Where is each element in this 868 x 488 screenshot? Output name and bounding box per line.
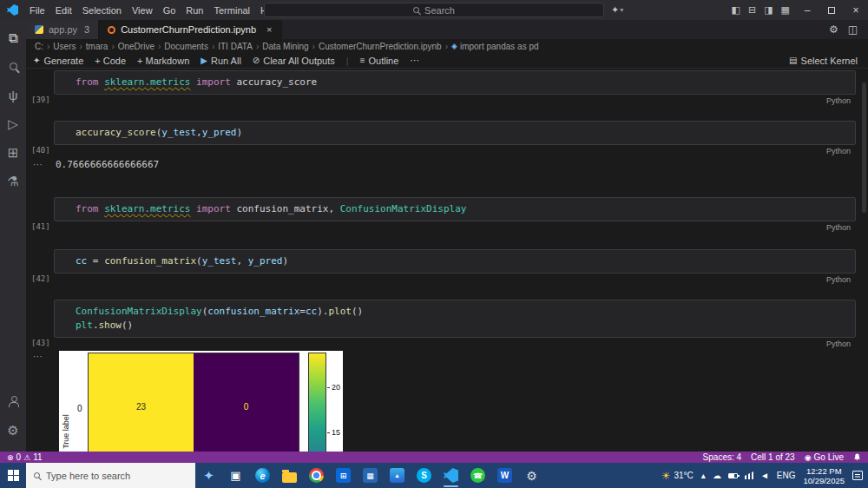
cell-language-picker[interactable]: Python xyxy=(826,223,851,232)
breadcrumb-item[interactable]: import pandas as pd xyxy=(460,42,539,51)
whatsapp-icon[interactable]: ☎ xyxy=(464,463,491,488)
start-button[interactable] xyxy=(0,463,26,488)
search-icon[interactable] xyxy=(0,52,26,81)
add-code-button[interactable]: + Code xyxy=(95,56,126,66)
breadcrumb-item[interactable]: CustomerChurnPrediction.ipynb xyxy=(319,42,442,51)
run-debug-icon[interactable]: ▷ xyxy=(0,109,26,138)
language-indicator[interactable]: ENG xyxy=(777,471,796,480)
breadcrumb-item[interactable]: tmara xyxy=(86,42,108,51)
menu-run[interactable]: Run xyxy=(181,0,208,20)
select-kernel-button[interactable]: ▤ Select Kernel xyxy=(789,56,868,66)
network-icon[interactable] xyxy=(745,472,753,479)
close-tab-icon[interactable]: × xyxy=(266,24,272,35)
photos-icon[interactable]: ▲ xyxy=(384,463,411,488)
confusion-matrix-figure: True label 0 23 0 20 15 xyxy=(59,351,343,452)
close-button[interactable]: × xyxy=(844,0,868,20)
cell-editor[interactable]: from sklearn.metrics import accuracy_sco… xyxy=(54,70,856,95)
menu-selection[interactable]: Selection xyxy=(77,0,127,20)
chevron-down-icon: ▾ xyxy=(620,6,623,14)
tab-notebook[interactable]: CustomerChurnPrediction.ipynb × xyxy=(99,20,281,39)
vscode-logo-icon xyxy=(7,4,18,16)
chrome-icon[interactable] xyxy=(303,463,330,488)
breadcrumb-item[interactable]: ITI DATA xyxy=(218,42,253,51)
cell-language-picker[interactable]: Python xyxy=(826,147,851,155)
more-actions-button[interactable]: ⋯ xyxy=(410,55,419,66)
file-explorer-icon[interactable] xyxy=(276,463,303,488)
breadcrumb-item[interactable]: C: xyxy=(35,42,43,51)
copilot-icon[interactable]: ✦ xyxy=(195,463,222,488)
breadcrumb-item[interactable]: Data Mining xyxy=(262,42,308,51)
store-icon[interactable]: ⊞ xyxy=(330,463,357,488)
cell-editor[interactable]: cc = confusion_matrix(y_test, y_pred) xyxy=(54,249,856,274)
go-live-button[interactable]: ◉ Go Live xyxy=(805,452,844,462)
explorer-icon[interactable]: ⧉ xyxy=(0,23,26,52)
output-value: 0.7666666666666667 xyxy=(54,159,856,170)
menu-file[interactable]: File xyxy=(24,0,50,20)
problems-indicator[interactable]: ⊗ 0 ⚠ 11 xyxy=(7,452,43,462)
gear-icon[interactable]: ⚙ xyxy=(829,23,838,36)
outline-button[interactable]: ≡ Outline xyxy=(360,56,399,66)
split-editor-icon[interactable]: ◫ xyxy=(848,23,858,36)
command-center-search[interactable]: Search xyxy=(264,3,604,17)
skype-icon[interactable]: S xyxy=(411,463,437,488)
onedrive-icon[interactable]: ☁ xyxy=(713,471,721,480)
toggle-panel-icon[interactable]: ⊟ xyxy=(748,4,756,16)
volume-icon[interactable]: ◄ xyxy=(760,471,769,480)
minimize-button[interactable]: – xyxy=(795,0,819,20)
menu-edit[interactable]: Edit xyxy=(50,0,77,20)
menu-terminal[interactable]: Terminal xyxy=(209,0,256,20)
cell-language-picker[interactable]: Python xyxy=(826,275,851,284)
clock[interactable]: 12:22 PM 10/29/2025 xyxy=(803,466,845,485)
calculator-icon[interactable]: ▦ xyxy=(357,463,384,488)
generate-button[interactable]: ✦ Generate xyxy=(33,56,83,66)
cell-editor[interactable]: accuracy_score(y_test,y_pred) xyxy=(54,121,856,145)
source-control-icon[interactable]: ψ xyxy=(0,81,26,109)
settings-icon[interactable]: ⚙ xyxy=(0,416,26,445)
word-icon[interactable]: W xyxy=(491,463,518,488)
customize-layout-icon[interactable]: ▦ xyxy=(781,4,790,16)
add-markdown-button[interactable]: + Markdown xyxy=(137,56,189,66)
colorbar xyxy=(309,353,326,452)
vscode-icon[interactable] xyxy=(437,463,464,488)
cell-indicator[interactable]: Cell 1 of 23 xyxy=(751,452,795,462)
settings-icon[interactable]: ⚙ xyxy=(518,463,545,488)
tab-app-py[interactable]: app.py 3 xyxy=(26,20,99,39)
breadcrumb-item[interactable]: Users xyxy=(53,42,76,51)
tray-icons: ▴☁◄ xyxy=(701,471,769,480)
cell-editor[interactable]: from sklearn.metrics import confusion_ma… xyxy=(54,197,856,221)
cell-language-picker[interactable]: Python xyxy=(826,96,851,105)
editor-scrollbar[interactable] xyxy=(862,82,866,213)
notifications-bell-icon[interactable] xyxy=(853,453,861,461)
notebook-cell-39: from sklearn.metrics import accuracy_sco… xyxy=(54,70,856,106)
weather-widget[interactable]: ☀ 31°C xyxy=(661,470,694,482)
output-collapse-icon[interactable]: ⋯ xyxy=(33,159,43,170)
output-collapse-icon[interactable]: ⋯ xyxy=(33,351,43,362)
breadcrumb: C: › Users › tmara › OneDrive › Document… xyxy=(26,39,868,53)
spaces-indicator[interactable]: Spaces: 4 xyxy=(703,452,741,462)
toggle-secondary-sidebar-icon[interactable]: ◨ xyxy=(764,4,773,16)
taskbar-search[interactable]: Type here to search xyxy=(26,463,195,488)
copilot-icon[interactable]: ✦ ▾ xyxy=(611,0,623,20)
run-all-button[interactable]: ▶ Run All xyxy=(201,56,241,66)
menu-view[interactable]: View xyxy=(127,0,158,20)
chevron-up-icon[interactable]: ▴ xyxy=(701,471,706,480)
testing-icon[interactable]: ⚗ xyxy=(0,167,26,195)
breadcrumb-item[interactable]: OneDrive xyxy=(118,42,155,51)
account-icon[interactable] xyxy=(0,387,26,416)
search-icon xyxy=(34,472,40,478)
edge-icon[interactable]: e xyxy=(249,463,276,488)
battery-icon[interactable] xyxy=(728,473,738,478)
cell-editor[interactable]: ConfusionMatrixDisplay(confusion_matrix=… xyxy=(54,300,856,338)
action-center-icon[interactable] xyxy=(852,471,863,480)
error-icon: ⊗ xyxy=(7,453,14,462)
extensions-icon[interactable]: ⊞ xyxy=(0,138,26,167)
task-view-icon[interactable]: ▣ xyxy=(222,463,249,488)
cell-language-picker[interactable]: Python xyxy=(826,340,851,348)
clear-outputs-button[interactable]: ⊘ Clear All Outputs xyxy=(253,56,335,66)
toggle-sidebar-icon[interactable]: ◧ xyxy=(732,4,740,16)
breadcrumb-separator-icon: › xyxy=(158,42,161,51)
menu-go[interactable]: Go xyxy=(158,0,181,20)
breadcrumb-item[interactable]: Documents xyxy=(164,42,208,51)
maximize-button[interactable] xyxy=(819,0,844,20)
date: 10/29/2025 xyxy=(803,476,845,485)
